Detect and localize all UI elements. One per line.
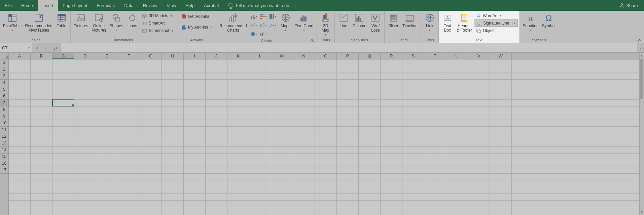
scatter-chart-button[interactable]: ▾ xyxy=(269,22,277,29)
treemap-chart-button[interactable]: ▾ xyxy=(269,13,277,20)
sparkline-line-button[interactable]: Line xyxy=(336,11,351,28)
column-header-L[interactable]: L xyxy=(249,53,271,59)
tab-review[interactable]: Review xyxy=(138,0,162,11)
row-header-2[interactable]: 2 xyxy=(0,66,8,73)
column-chart-button[interactable]: ▾ xyxy=(250,13,258,20)
expand-formula-bar-button[interactable]: ⌄ xyxy=(637,43,644,52)
cancel-formula-button[interactable]: ✕ xyxy=(32,45,42,51)
row-header-5[interactable]: 5 xyxy=(0,86,8,93)
formula-input[interactable] xyxy=(61,43,637,52)
insert-function-button[interactable]: fx xyxy=(51,45,61,51)
pie-chart-button[interactable]: ▾ xyxy=(250,30,258,38)
row-header-4[interactable]: 4 xyxy=(0,80,8,86)
column-header-D[interactable]: D xyxy=(74,53,96,59)
column-header-A[interactable]: A xyxy=(9,53,31,59)
tab-data[interactable]: Data xyxy=(119,0,138,11)
text-box-button[interactable]: A Text Box xyxy=(440,11,455,33)
cells-area[interactable] xyxy=(9,59,639,215)
stat-chart-button[interactable]: ▾ xyxy=(259,22,267,29)
recommended-pivottables-button[interactable]: ? Recommended PivotTables xyxy=(23,11,54,33)
row-header-1[interactable]: 1 xyxy=(0,59,8,66)
tab-home[interactable]: Home xyxy=(16,0,38,11)
tab-pagelayout[interactable]: Page Layout xyxy=(58,0,92,11)
column-header-B[interactable]: B xyxy=(31,53,52,59)
dropdown-caret-icon[interactable]: ▾ xyxy=(28,46,30,50)
wordart-button[interactable]: A WordArt ▾ xyxy=(474,12,518,19)
selected-cell[interactable] xyxy=(52,99,74,106)
tell-me-search[interactable]: Tell me what you want to do xyxy=(224,0,294,11)
smartart-button[interactable]: SmartArt xyxy=(140,19,175,27)
combo-chart-button[interactable]: ▾ xyxy=(259,30,267,38)
get-addins-button[interactable]: Get Add-ins xyxy=(179,13,214,20)
column-header-I[interactable]: I xyxy=(184,53,206,59)
row-header-15[interactable]: 15 xyxy=(0,154,8,160)
scrollbar-thumb[interactable] xyxy=(640,59,643,99)
column-header-E[interactable]: E xyxy=(96,53,118,59)
share-button[interactable]: Share xyxy=(613,0,644,11)
column-header-F[interactable]: F xyxy=(118,53,140,59)
maps-button[interactable]: Maps ▾ xyxy=(278,11,293,33)
header-footer-button[interactable]: Header & Footer xyxy=(455,11,474,33)
screenshot-button[interactable]: Screenshot ▾ xyxy=(140,27,175,34)
pivottable-button[interactable]: PivotTable ▾ xyxy=(1,11,23,33)
column-header-S[interactable]: S xyxy=(402,53,424,59)
online-pictures-button[interactable]: Online Pictures xyxy=(90,11,108,33)
sparkline-winloss-button[interactable]: Win/ Loss xyxy=(368,11,383,33)
column-header-R[interactable]: R xyxy=(381,53,402,59)
column-header-P[interactable]: P xyxy=(337,53,359,59)
row-header-7[interactable]: 7 xyxy=(0,100,8,106)
tab-file[interactable]: File xyxy=(0,0,16,11)
link-button[interactable]: Link ▾ xyxy=(422,11,437,33)
bar-chart-button[interactable]: ▾ xyxy=(259,13,267,20)
vertical-scrollbar[interactable]: ▲ ▼ xyxy=(639,53,644,215)
column-header-V[interactable]: V xyxy=(468,53,490,59)
scroll-up-icon[interactable]: ▲ xyxy=(640,53,644,58)
pivotchart-button[interactable]: PivotChart ▾ xyxy=(293,11,315,33)
shapes-button[interactable]: Shapes ▾ xyxy=(108,11,125,33)
equation-button[interactable]: π Equation ▾ xyxy=(521,11,540,33)
recommended-charts-button[interactable]: ? Recommended Charts xyxy=(218,11,248,33)
name-box[interactable]: C7 ▾ xyxy=(0,43,32,52)
column-header-M[interactable]: M xyxy=(271,53,293,59)
row-header-6[interactable]: 6 xyxy=(0,93,8,100)
column-header-Q[interactable]: Q xyxy=(359,53,381,59)
column-header-N[interactable]: N xyxy=(293,53,315,59)
dialog-launcher-charts[interactable] xyxy=(311,39,315,43)
row-header-3[interactable]: 3 xyxy=(0,73,8,80)
collapse-ribbon-button[interactable] xyxy=(637,38,642,42)
tab-acrobat[interactable]: Acrobat xyxy=(199,0,224,11)
column-header-H[interactable]: H xyxy=(162,53,184,59)
slicer-button[interactable]: Slicer xyxy=(386,11,401,28)
column-header-T[interactable]: T xyxy=(424,53,446,59)
column-header-K[interactable]: K xyxy=(227,53,249,59)
table-button[interactable]: Table xyxy=(54,11,69,28)
symbol-button[interactable]: Ω Symbol xyxy=(540,11,557,28)
column-header-G[interactable]: G xyxy=(140,53,162,59)
row-header-11[interactable]: 11 xyxy=(0,127,8,133)
object-button[interactable]: Object xyxy=(474,27,518,34)
signature-line-button[interactable]: Signature Line ▾ xyxy=(474,19,518,27)
column-header-C[interactable]: C xyxy=(52,53,74,59)
row-header-13[interactable]: 13 xyxy=(0,140,8,147)
timeline-button[interactable]: Timeline xyxy=(401,11,419,28)
3d-map-button[interactable]: 3D Map ▾ xyxy=(318,11,333,37)
icons-button[interactable]: Icons xyxy=(125,11,140,28)
select-all-corner[interactable] xyxy=(0,53,9,59)
column-header-J[interactable]: J xyxy=(206,53,227,59)
line-chart-button[interactable]: ▾ xyxy=(250,22,258,29)
scroll-down-icon[interactable]: ▼ xyxy=(640,210,644,215)
column-header-U[interactable]: U xyxy=(446,53,468,59)
tab-insert[interactable]: Insert xyxy=(38,0,58,11)
enter-formula-button[interactable]: ✓ xyxy=(42,45,51,51)
my-addins-button[interactable]: My Add-ins ▾ xyxy=(179,24,214,31)
row-header-9[interactable]: 9 xyxy=(0,113,8,120)
row-header-12[interactable]: 12 xyxy=(0,133,8,140)
tab-formulas[interactable]: Formulas xyxy=(92,0,119,11)
row-header-16[interactable]: 16 xyxy=(0,160,8,167)
pictures-button[interactable]: Pictures xyxy=(72,11,90,28)
column-header-O[interactable]: O xyxy=(315,53,337,59)
sparkline-column-button[interactable]: Column xyxy=(351,11,368,28)
3d-models-button[interactable]: 3D Models ▾ xyxy=(140,12,175,19)
tab-help[interactable]: Help xyxy=(181,0,199,11)
column-header-W[interactable]: W xyxy=(490,53,512,59)
